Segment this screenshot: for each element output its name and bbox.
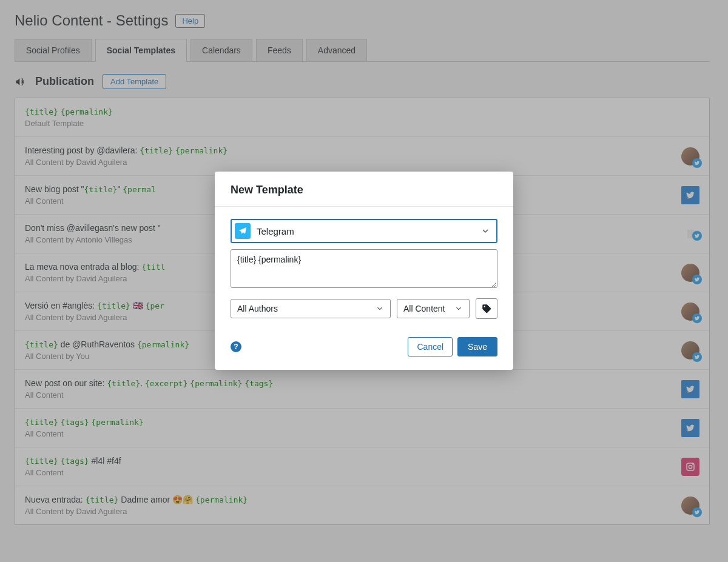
chevron-down-icon: [454, 304, 463, 313]
tags-button[interactable]: [476, 298, 497, 319]
tag-icon: [481, 303, 492, 314]
content-select-label: All Content: [403, 304, 445, 313]
authors-select[interactable]: All Authors: [231, 299, 391, 318]
authors-select-label: All Authors: [237, 304, 278, 313]
modal-title: New Template: [231, 184, 497, 196]
telegram-icon: [235, 223, 251, 239]
save-button[interactable]: Save: [457, 337, 497, 356]
help-icon[interactable]: ?: [231, 341, 241, 352]
template-content-textarea[interactable]: [231, 249, 497, 288]
platform-select-label: Telegram: [257, 226, 474, 236]
cancel-button[interactable]: Cancel: [408, 337, 453, 356]
modal-overlay[interactable]: New Template Telegram All Authors: [0, 0, 728, 562]
new-template-modal: New Template Telegram All Authors: [215, 172, 513, 370]
chevron-down-icon: [480, 226, 490, 236]
platform-select[interactable]: Telegram: [231, 219, 497, 243]
content-select[interactable]: All Content: [397, 299, 470, 318]
chevron-down-icon: [376, 304, 384, 313]
